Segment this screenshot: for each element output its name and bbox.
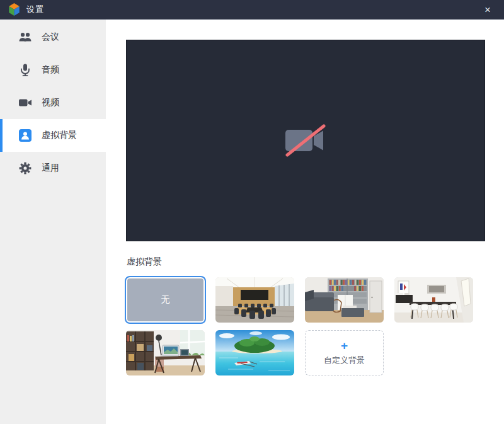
person-badge-icon	[18, 129, 32, 142]
sidebar-item-virtual-background[interactable]: 虚拟背景	[0, 119, 106, 152]
sidebar-item-general[interactable]: 通用	[0, 152, 106, 185]
none-label: 无	[161, 294, 170, 306]
microphone-icon	[18, 63, 32, 77]
titlebar: 设置 ×	[0, 0, 504, 20]
background-thumbnail-none[interactable]: 无	[126, 277, 205, 323]
meeting-icon	[18, 30, 32, 44]
sidebar-item-video[interactable]: 视频	[0, 86, 106, 119]
bookshelf-lounge-image	[305, 277, 384, 323]
gear-icon	[18, 161, 32, 175]
tropical-island-image	[215, 330, 294, 375]
desk-workspace-image	[126, 330, 205, 375]
background-thumbnail-bookshelf-lounge[interactable]	[305, 277, 384, 323]
conference-room-image	[215, 277, 294, 323]
dining-room-image	[394, 277, 473, 323]
section-label: 虚拟背景	[127, 256, 162, 268]
sidebar-item-label: 音频	[42, 64, 59, 76]
background-thumbnail-dining-room[interactable]	[394, 277, 473, 323]
app-logo-cube-icon	[8, 3, 21, 16]
sidebar-item-label: 会议	[42, 32, 59, 43]
custom-background-label: 自定义背景	[324, 355, 365, 366]
virtual-background-panel: 虚拟背景 无	[106, 20, 504, 424]
sidebar-item-label: 通用	[42, 163, 59, 174]
sidebar-item-audio[interactable]: 音频	[0, 54, 106, 86]
camera-preview	[126, 40, 485, 241]
sidebar-item-meeting[interactable]: 会议	[0, 21, 106, 54]
background-thumbnail-tropical-island[interactable]	[215, 330, 294, 375]
background-thumbnail-conference-room[interactable]	[215, 277, 294, 323]
background-grid: 无	[126, 277, 473, 375]
add-custom-background-button[interactable]: + 自定义背景	[305, 330, 384, 375]
video-camera-icon	[18, 96, 32, 110]
sidebar-item-label: 视频	[42, 97, 59, 108]
plus-icon: +	[341, 340, 348, 352]
settings-sidebar: 会议 音频 视频	[0, 20, 106, 424]
camera-off-icon	[282, 123, 329, 158]
window-title: 设置	[26, 4, 44, 15]
sidebar-item-label: 虚拟背景	[42, 130, 77, 141]
close-icon[interactable]: ×	[479, 4, 496, 15]
background-thumbnail-desk-workspace[interactable]	[126, 330, 205, 375]
